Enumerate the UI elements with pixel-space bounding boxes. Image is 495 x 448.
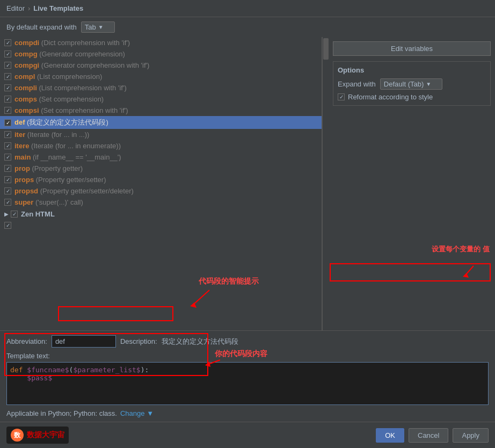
edit-variables-button[interactable]: Edit variables bbox=[333, 41, 491, 56]
change-link[interactable]: Change ▼ bbox=[120, 409, 154, 417]
description-value: 我定义的定义方法代码段 bbox=[162, 337, 238, 346]
item-text: props (Property getter/setter) bbox=[14, 176, 106, 184]
item-checkbox[interactable] bbox=[4, 62, 11, 69]
item-checkbox[interactable] bbox=[4, 73, 11, 80]
code-paren-close: ): bbox=[141, 366, 149, 374]
watermark-text: 数据大宇宙 bbox=[27, 430, 64, 440]
list-item[interactable]: compg (Generator comprehension) bbox=[0, 48, 322, 60]
expand-with-dropdown[interactable]: Default (Tab) ▼ bbox=[380, 78, 442, 90]
right-panel: Edit variables Options Expand with Defau… bbox=[329, 37, 495, 330]
breadcrumb: Editor › Live Templates bbox=[0, 0, 495, 17]
watermark-icon: 数 bbox=[11, 429, 24, 442]
bottom-area: Abbreviation: Description: 我定义的定义方法代码段 T… bbox=[0, 330, 495, 422]
list-item[interactable]: main (if __name__ == '__main__') bbox=[0, 151, 322, 163]
item-text: def (我定义的定义方法代码段) bbox=[14, 118, 108, 127]
content-area: compdi (Dict comprehension with 'if')com… bbox=[0, 37, 495, 330]
default-expand-dropdown[interactable]: Tab ▼ bbox=[81, 21, 115, 33]
item-text: prop (Property getter) bbox=[14, 164, 83, 172]
list-item[interactable]: compl (List comprehension) bbox=[0, 71, 322, 82]
watermark: 数 数据大宇宙 bbox=[6, 427, 69, 444]
reformat-label: Reformat according to style bbox=[348, 93, 433, 101]
reformat-checkbox[interactable] bbox=[338, 93, 345, 100]
item-checkbox[interactable] bbox=[4, 131, 11, 138]
description-label: Description: bbox=[120, 337, 157, 345]
item-checkbox[interactable] bbox=[4, 176, 11, 183]
item-text: comps (Set comprehension) bbox=[14, 95, 104, 103]
template-text-label: Template text: bbox=[6, 352, 489, 360]
abbreviation-label: Abbreviation: bbox=[6, 337, 47, 345]
ok-button[interactable]: OK bbox=[376, 428, 404, 443]
list-item[interactable]: props (Property getter/setter) bbox=[0, 174, 322, 185]
code-parameter: $parameter_list$ bbox=[73, 366, 140, 374]
code-funcname: $funcname$ bbox=[27, 366, 69, 374]
item-text: compsi (Set comprehension with 'if') bbox=[14, 106, 128, 114]
template-code-area[interactable]: def $funcname$($parameter_list$): $pass$ bbox=[6, 362, 489, 405]
zen-html-section[interactable]: ▶Zen HTML bbox=[0, 208, 322, 220]
item-text: compgi (Generator comprehension with 'if… bbox=[14, 61, 149, 69]
item-checkbox[interactable] bbox=[4, 154, 11, 161]
item-checkbox[interactable] bbox=[4, 84, 11, 91]
apply-button[interactable]: Apply bbox=[453, 428, 489, 443]
item-text: propsd (Property getter/setter/deleter) bbox=[14, 187, 134, 195]
code-keyword-def: def bbox=[10, 366, 27, 374]
options-label: Options bbox=[338, 66, 486, 74]
item-checkbox[interactable] bbox=[4, 50, 11, 57]
item-checkbox[interactable] bbox=[4, 107, 11, 114]
item-text: main (if __name__ == '__main__') bbox=[14, 153, 121, 161]
list-item[interactable]: compsi (Set comprehension with 'if') bbox=[0, 105, 322, 116]
breadcrumb-arrow: › bbox=[28, 4, 30, 12]
applicable-text: Applicable in Python; Python: class. bbox=[6, 409, 117, 417]
expand-with-label: By default expand with bbox=[6, 23, 77, 31]
list-item[interactable]: super ('super(...)' call) bbox=[0, 197, 322, 208]
breadcrumb-live-templates: Live Templates bbox=[33, 4, 83, 12]
item-text: itere (Iterate (for ... in enumerate)) bbox=[14, 142, 121, 150]
item-checkbox[interactable] bbox=[4, 96, 11, 103]
code-indent bbox=[10, 374, 27, 382]
list-item[interactable]: comps (Set comprehension) bbox=[0, 93, 322, 105]
change-dropdown-icon: ▼ bbox=[147, 409, 154, 417]
list-item[interactable]: compdi (Dict comprehension with 'if') bbox=[0, 37, 322, 48]
template-list[interactable]: compdi (Dict comprehension with 'if')com… bbox=[0, 37, 322, 330]
item-checkbox[interactable] bbox=[4, 119, 11, 126]
code-pass: $pass$ bbox=[27, 374, 52, 382]
item-text: iter (Iterate (for ... in ...)) bbox=[14, 131, 89, 139]
list-item[interactable]: prop (Property getter) bbox=[0, 163, 322, 174]
item-text: compli (List comprehension with 'if') bbox=[14, 84, 127, 92]
list-item[interactable]: compgi (Generator comprehension with 'if… bbox=[0, 60, 322, 71]
breadcrumb-editor: Editor bbox=[6, 4, 25, 12]
item-checkbox[interactable] bbox=[4, 142, 11, 149]
item-text: compg (Generator comprehension) bbox=[14, 50, 125, 58]
scrollbar-thumb bbox=[323, 38, 329, 60]
item-checkbox[interactable] bbox=[4, 199, 11, 206]
expand-with-row: Expand with Default (Tab) ▼ bbox=[338, 78, 486, 90]
main-container: Editor › Live Templates By default expan… bbox=[0, 0, 495, 448]
reformat-row: Reformat according to style bbox=[338, 93, 486, 101]
scrollbar[interactable] bbox=[322, 37, 329, 330]
item-text: super ('super(...)' call) bbox=[14, 198, 83, 206]
list-item[interactable]: itere (Iterate (for ... in enumerate)) bbox=[0, 140, 322, 151]
abbreviation-row: Abbreviation: Description: 我定义的定义方法代码段 bbox=[6, 335, 489, 348]
expand-dropdown-arrow-icon: ▼ bbox=[426, 81, 431, 87]
item-checkbox[interactable] bbox=[4, 165, 11, 172]
item-checkbox[interactable] bbox=[4, 187, 11, 194]
top-bar: By default expand with Tab ▼ bbox=[0, 17, 495, 37]
list-item-extra[interactable] bbox=[0, 220, 322, 230]
item-text: compdi (Dict comprehension with 'if') bbox=[14, 39, 130, 47]
list-item[interactable]: iter (Iterate (for ... in ...)) bbox=[0, 129, 322, 140]
abbreviation-input[interactable] bbox=[52, 335, 116, 348]
action-buttons: 数 数据大宇宙 OK Cancel Apply bbox=[0, 422, 495, 448]
dropdown-arrow-icon: ▼ bbox=[98, 24, 104, 30]
applicable-row: Applicable in Python; Python: class. Cha… bbox=[6, 409, 489, 417]
cancel-button[interactable]: Cancel bbox=[409, 428, 448, 443]
expand-with-option-label: Expand with bbox=[338, 80, 376, 88]
list-item[interactable]: def (我定义的定义方法代码段) bbox=[0, 116, 322, 129]
list-item[interactable]: propsd (Property getter/setter/deleter) bbox=[0, 185, 322, 197]
item-checkbox[interactable] bbox=[4, 39, 11, 46]
list-item[interactable]: compli (List comprehension with 'if') bbox=[0, 82, 322, 93]
options-section: Options Expand with Default (Tab) ▼ Refo… bbox=[333, 61, 491, 106]
item-text: compl (List comprehension) bbox=[14, 73, 102, 81]
